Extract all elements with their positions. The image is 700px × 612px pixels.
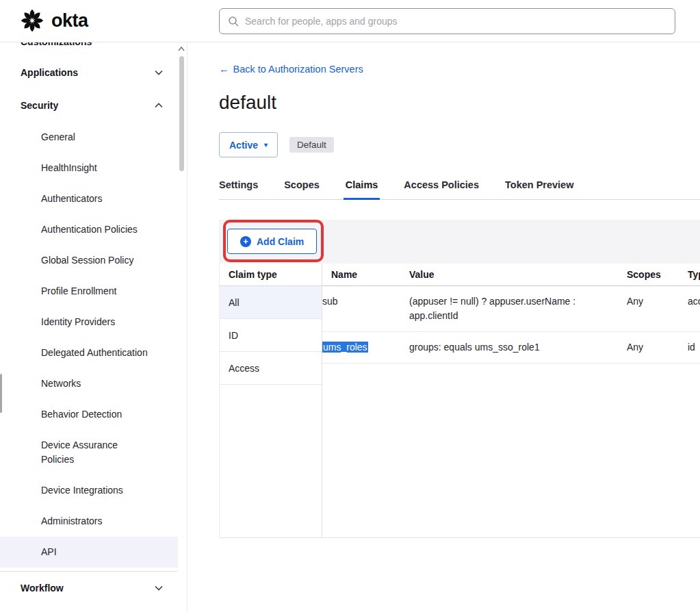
claim-type-header: Claim type xyxy=(220,264,322,286)
table-header-row: Name Value Scopes Type xyxy=(322,264,700,286)
page-title: default xyxy=(219,92,700,114)
global-search xyxy=(219,8,675,34)
sidebar-item-api[interactable]: API xyxy=(0,537,178,568)
claim-type-option-all[interactable]: All xyxy=(220,286,322,319)
back-arrow-icon: ← xyxy=(219,64,229,75)
add-claim-button[interactable]: + Add Claim xyxy=(227,229,317,254)
tab-scopes[interactable]: Scopes xyxy=(284,179,320,199)
chevron-down-icon xyxy=(155,585,163,591)
sidebar-item-networks[interactable]: Networks xyxy=(0,368,178,399)
okta-logo[interactable]: okta xyxy=(19,8,88,34)
claim-type-filter-panel: Claim type All ID Access xyxy=(219,264,322,537)
sidebar-item-profile-enrollment[interactable]: Profile Enrollment xyxy=(0,276,178,307)
okta-admin-console: { "colors": { "accent_blue": "#1662dd", … xyxy=(0,0,700,612)
sidebar-item-customizations-clipped[interactable]: Customizations xyxy=(0,42,187,51)
claim-type: access xyxy=(688,286,700,331)
table-row[interactable]: ums_roles groups: equals ums_sso_role1 A… xyxy=(322,332,700,364)
brand-wordmark: okta xyxy=(51,10,88,31)
sidebar-item-device-assurance-policies[interactable]: Device Assurance Policies xyxy=(0,430,178,475)
caret-down-icon: ▾ xyxy=(264,141,268,149)
tab-token-preview[interactable]: Token Preview xyxy=(505,179,573,199)
sidebar-item-administrators[interactable]: Administrators xyxy=(0,506,178,537)
left-edge-scrollbar[interactable] xyxy=(0,374,2,413)
tab-settings[interactable]: Settings xyxy=(219,179,258,199)
sidebar-item-device-integrations[interactable]: Device Integrations xyxy=(0,475,178,506)
sidebar-item-healthinsight[interactable]: HealthInsight xyxy=(0,153,178,183)
column-header-name: Name xyxy=(322,269,409,280)
top-bar: okta xyxy=(0,0,700,42)
column-header-scopes: Scopes xyxy=(627,269,688,280)
plus-icon: + xyxy=(240,236,251,247)
sidebar-item-global-session-policy[interactable]: Global Session Policy xyxy=(0,245,178,276)
claims-table: Name Value Scopes Type sub (appuser != n… xyxy=(322,264,700,537)
claims-toolbar: + Add Claim xyxy=(219,220,700,264)
status-row: Active ▾ Default xyxy=(219,132,700,157)
sidebar-item-authenticators[interactable]: Authenticators xyxy=(0,183,178,214)
sidebar-item-authentication-policies[interactable]: Authentication Policies xyxy=(0,214,178,245)
claim-scopes: Any xyxy=(627,286,688,331)
chevron-up-icon xyxy=(155,103,163,108)
claim-scopes: Any xyxy=(627,332,688,363)
default-badge: Default xyxy=(289,137,334,153)
column-header-type: Type xyxy=(688,269,700,280)
sidebar-nav: Customizations Applications Security Gen… xyxy=(0,42,187,612)
sidebar-item-identity-providers[interactable]: Identity Providers xyxy=(0,307,178,337)
chevron-down-icon xyxy=(155,70,163,75)
claim-type-option-id[interactable]: ID xyxy=(220,319,322,352)
highlighted-selection: ums_roles xyxy=(322,342,368,353)
column-header-value: Value xyxy=(409,269,627,280)
sidebar-item-workflow[interactable]: Workflow xyxy=(0,572,178,604)
claim-name: ums_roles xyxy=(322,332,409,363)
claim-type: id xyxy=(688,332,700,363)
main-content: ← Back to Authorization Servers default … xyxy=(187,42,700,612)
sidebar-item-behavior-detection[interactable]: Behavior Detection xyxy=(0,399,178,430)
back-to-authorization-servers-link[interactable]: ← Back to Authorization Servers xyxy=(219,64,363,75)
tab-access-policies[interactable]: Access Policies xyxy=(404,179,479,199)
search-input[interactable] xyxy=(245,16,666,27)
sidebar-item-security[interactable]: Security xyxy=(0,89,178,122)
sidebar-item-delegated-authentication[interactable]: Delegated Authentication xyxy=(0,337,178,368)
sidebar-item-general[interactable]: General xyxy=(0,122,178,153)
okta-logo-icon xyxy=(19,8,45,34)
sidebar-item-applications[interactable]: Applications xyxy=(0,56,178,89)
search-icon xyxy=(228,16,239,27)
claim-value: (appuser != null) ? appuser.userName : a… xyxy=(409,286,627,331)
claim-type-option-access[interactable]: Access xyxy=(220,352,322,385)
active-status-dropdown[interactable]: Active ▾ xyxy=(219,132,278,157)
tab-claims[interactable]: Claims xyxy=(346,179,378,199)
claim-name: sub xyxy=(322,286,409,331)
scrollbar-up-arrow[interactable] xyxy=(178,46,185,53)
tab-bar: Settings Scopes Claims Access Policies T… xyxy=(219,179,700,200)
claims-panel: Claim type All ID Access Name Value Scop… xyxy=(219,264,700,538)
table-row[interactable]: sub (appuser != null) ? appuser.userName… xyxy=(322,286,700,332)
claim-value: groups: equals ums_sso_role1 xyxy=(409,332,627,363)
sidebar-scrollbar-thumb[interactable] xyxy=(179,56,184,171)
